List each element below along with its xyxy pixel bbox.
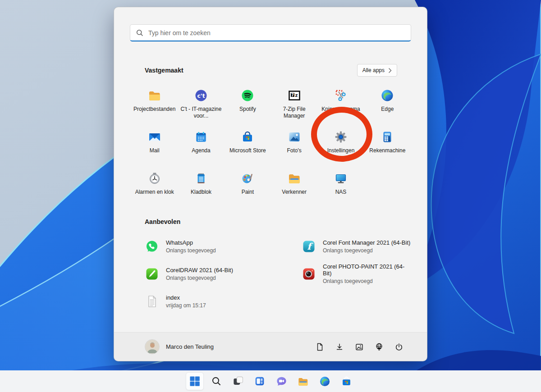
desktop: Typ hier om te zoeken Vastgemaakt Alle a…	[0, 0, 541, 392]
folder-icon	[147, 88, 162, 103]
photos-icon	[287, 130, 302, 144]
widgets-icon	[254, 375, 266, 387]
recommended-item-corel-font-manager[interactable]: f Corel Font Manager 2021 (64-Bit) Onlan…	[288, 232, 411, 260]
downloads-button[interactable]	[333, 341, 346, 353]
app-tile-knipprogramma[interactable]: Knipprogramma	[317, 84, 364, 125]
app-tile-kladblok[interactable]: Kladblok	[178, 167, 224, 208]
recommended-item-corel-photo-paint[interactable]: Corel PHOTO-PAINT 2021 (64-Bit) Onlangs …	[288, 260, 411, 287]
corel-font-manager-icon: f	[302, 239, 316, 254]
app-tile-nas[interactable]: NAS	[317, 167, 364, 208]
whatsapp-icon	[145, 239, 159, 254]
edge-icon	[319, 375, 331, 387]
user-profile-button[interactable]: Marco den Teuling	[145, 339, 214, 354]
recommended-item-index[interactable]: index vrijdag om 15:17	[131, 287, 288, 315]
start-button[interactable]	[186, 372, 204, 390]
app-tile-mail[interactable]: Mail	[131, 125, 178, 167]
windows-logo-icon	[189, 376, 200, 387]
svg-text:c't: c't	[197, 92, 205, 99]
chat-button[interactable]	[272, 372, 290, 390]
calculator-icon	[380, 130, 394, 144]
store-icon	[340, 375, 353, 387]
app-tile-verkenner[interactable]: Verkenner	[271, 167, 317, 208]
app-tile-7zip[interactable]: 7z 7-Zip File Manager	[271, 84, 317, 125]
widgets-button[interactable]	[251, 372, 269, 390]
app-tile-microsoft-store[interactable]: Microsoft Store	[225, 125, 271, 167]
alarm-clock-icon	[147, 171, 162, 186]
recommended-item-whatsapp[interactable]: WhatsApp Onlangs toegevoegd	[131, 232, 288, 260]
app-tile-instellingen[interactable]: Instellingen	[317, 125, 364, 167]
store-button[interactable]	[337, 372, 355, 390]
monitor-icon	[334, 171, 348, 186]
recommended-item-subtitle: vrijdag om 15:17	[166, 302, 206, 309]
chat-icon	[275, 375, 288, 387]
taskbar-search-button[interactable]	[207, 372, 225, 390]
app-tile-fotos[interactable]: Foto's	[271, 125, 317, 167]
all-apps-button[interactable]: Alle apps	[357, 64, 397, 77]
avatar	[145, 339, 160, 354]
chevron-right-icon	[389, 68, 392, 73]
recommended-list: WhatsApp Onlangs toegevoegd f Corel Font…	[131, 232, 411, 315]
pinned-section-title: Vastgemaakt	[145, 67, 183, 74]
recommended-item-title: Corel PHOTO-PAINT 2021 (64-Bit)	[323, 263, 411, 277]
snipping-tool-icon	[334, 88, 348, 103]
search-placeholder: Typ hier om te zoeken	[148, 29, 211, 36]
corel-photo-paint-icon	[302, 267, 316, 281]
app-tile-spotify[interactable]: Spotify	[225, 84, 271, 125]
pictures-button[interactable]	[353, 341, 366, 353]
search-icon	[136, 29, 143, 36]
svg-text:7: 7	[291, 93, 294, 97]
search-icon	[211, 376, 222, 387]
app-tile-ct-magazine[interactable]: c't C't - IT-magazine voor...	[178, 84, 224, 125]
recommended-item-subtitle: Onlangs toegevoegd	[166, 275, 233, 281]
store-icon	[240, 130, 255, 144]
recommended-item-title: CorelDRAW 2021 (64-Bit)	[166, 267, 233, 273]
svg-text:z: z	[295, 93, 298, 98]
taskbar	[0, 370, 541, 392]
power-button[interactable]	[393, 341, 405, 353]
app-tile-rekenmachine[interactable]: Rekenmachine	[364, 125, 411, 167]
recommended-item-title: index	[166, 294, 206, 301]
document-icon	[145, 294, 159, 309]
start-menu-footer: Marco den Teuling	[114, 332, 427, 361]
app-tile-edge[interactable]: Edge	[364, 84, 411, 125]
settings-gear-icon	[334, 130, 348, 144]
recommended-item-title: Corel Font Manager 2021 (64-Bit)	[323, 239, 410, 246]
coreldraw-icon	[145, 267, 159, 281]
recommended-section-title: Aanbevolen	[145, 218, 180, 225]
footer-quick-icons	[313, 341, 405, 353]
recommended-item-title: WhatsApp	[166, 239, 216, 246]
network-button[interactable]	[373, 341, 385, 353]
edge-icon	[380, 88, 394, 103]
recommended-item-subtitle: Onlangs toegevoegd	[323, 247, 410, 254]
app-tile-projectbestanden[interactable]: Projectbestanden	[131, 84, 178, 125]
spotify-icon	[240, 88, 255, 103]
recommended-item-subtitle: Onlangs toegevoegd	[166, 247, 216, 254]
file-explorer-button[interactable]	[294, 372, 312, 390]
recommended-item-coreldraw[interactable]: CorelDRAW 2021 (64-Bit) Onlangs toegevoe…	[131, 260, 288, 287]
app-tile-paint[interactable]: Paint	[225, 167, 271, 208]
edge-button[interactable]	[316, 372, 334, 390]
paint-palette-icon	[240, 171, 255, 186]
app-tile-agenda[interactable]: Agenda	[178, 125, 224, 167]
7zip-icon: 7z	[287, 88, 302, 103]
start-menu-panel: Typ hier om te zoeken Vastgemaakt Alle a…	[114, 7, 427, 361]
notepad-icon	[194, 171, 208, 186]
mail-icon	[147, 130, 162, 144]
ct-magazine-icon: c't	[194, 88, 208, 103]
calendar-icon	[194, 130, 208, 144]
app-tile-alarmen-en-klok[interactable]: Alarmen en klok	[131, 167, 178, 208]
task-view-icon	[232, 375, 244, 387]
pinned-app-grid: Projectbestanden c't C't - IT-magazine v…	[131, 84, 411, 208]
task-view-button[interactable]	[229, 372, 247, 390]
user-name: Marco den Teuling	[166, 343, 214, 350]
explorer-folder-icon	[287, 171, 302, 186]
file-explorer-icon	[297, 375, 309, 387]
documents-button[interactable]	[313, 341, 326, 353]
recommended-item-subtitle: Onlangs toegevoegd	[323, 278, 411, 284]
search-input[interactable]: Typ hier om te zoeken	[130, 24, 411, 41]
